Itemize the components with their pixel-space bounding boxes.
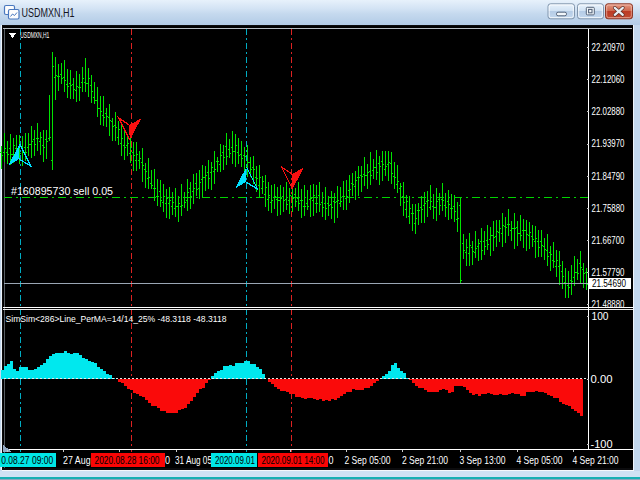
svg-text:31 Aug 05: 31 Aug 05 [175,454,212,466]
svg-text:21.75880: 21.75880 [592,202,625,214]
svg-text:21.84790: 21.84790 [592,170,625,182]
svg-text:21.54690: 21.54690 [592,277,626,289]
svg-text:22.02880: 22.02880 [592,105,625,117]
svg-text:2020.09.01 14:00: 2020.09.01 14:00 [262,454,325,466]
svg-text:0: 0 [165,454,170,466]
svg-text:-100: -100 [591,438,613,450]
svg-text:#160895730 sell 0.05: #160895730 sell 0.05 [11,186,113,197]
svg-text:0.00: 0.00 [591,373,613,385]
svg-text:4 Sep 05:00: 4 Sep 05:00 [517,454,563,466]
svg-text:21.66700: 21.66700 [592,234,625,246]
svg-text:2020.09.01: 2020.09.01 [215,454,255,466]
svg-text:SimSim<286>Line_PerMA=14/14_25: SimSim<286>Line_PerMA=14/14_25% -48.3118… [6,313,227,324]
svg-text:USDMXN,H1: USDMXN,H1 [22,6,75,20]
svg-text:0.08.27 09:00: 0.08.27 09:00 [1,454,53,466]
svg-text:USDMXN,H1: USDMXN,H1 [20,30,49,40]
svg-text:22.12060: 22.12060 [592,73,625,85]
svg-text:100: 100 [592,310,609,322]
svg-text:21.48880: 21.48880 [592,298,625,310]
svg-text:2 Sep 05:00: 2 Sep 05:00 [345,454,391,466]
svg-text:21.93970: 21.93970 [592,137,625,149]
svg-text:2 Sep 21:00: 2 Sep 21:00 [402,454,448,466]
svg-text:2020.08.28 16:00: 2020.08.28 16:00 [95,454,160,466]
svg-text:22.20970: 22.20970 [592,41,625,53]
svg-text:0: 0 [329,454,334,466]
svg-text:4 Sep 21:00: 4 Sep 21:00 [573,454,619,466]
svg-text:3 Sep 13:00: 3 Sep 13:00 [460,454,506,466]
